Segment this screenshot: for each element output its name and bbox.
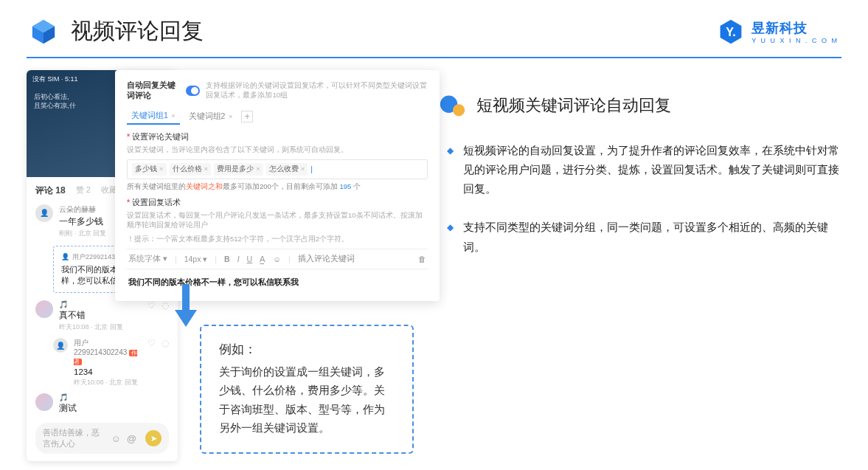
arrow-down-icon (171, 284, 201, 331)
send-button[interactable]: ➤ (145, 430, 162, 446)
size-select[interactable]: 14px ▾ (184, 255, 208, 263)
example-box: 例如： 关于询价的设置成一组关键词，多少钱、什么价格，费用多少等。关于咨询班型、… (200, 325, 414, 454)
field-desc-reply: 设置回复话术，每回复一个用户评论只发送一条话术，最多支持设置10条不同话术。按滚… (127, 211, 428, 230)
comment-meta: 昨天10:08 · 北京 回复 (74, 378, 142, 387)
at-icon[interactable]: @ (127, 433, 136, 444)
brand: Y. 昱新科技 Y U U X I N . C O M (718, 18, 839, 45)
example-body: 关于询价的设置成一组关键词，多少钱、什么价格，费用多少等。关于咨询班型、版本、型… (219, 362, 395, 438)
underline-icon[interactable]: U (247, 255, 253, 263)
more-icon[interactable]: ◌ (162, 300, 169, 311)
avatar-icon: 👤 (61, 253, 69, 260)
avatar-icon: 👤 (53, 338, 68, 353)
tab-comments[interactable]: 评论 18 (35, 184, 66, 197)
comment-name: 云朵的赫赫 (59, 204, 106, 215)
editor-toolbar: 系统字体 ▾ | 14px ▾ | B I U A̲ ☺ | 插入评论关键词 🗑 (127, 249, 428, 269)
avatar-icon (35, 393, 53, 411)
bold-icon[interactable]: B (224, 255, 230, 263)
chip[interactable]: 多少钱× (132, 163, 167, 176)
input-placeholder: 善语结善缘，恶言伤人心 (43, 427, 105, 449)
comment-input[interactable]: 善语结善缘，恶言伤人心 ☺ @ ➤ (35, 423, 169, 454)
comment-name: 用户2299214302243 作者 (74, 338, 142, 366)
avatar-icon: 👤 (35, 204, 53, 222)
emoji-icon[interactable]: ☺ (111, 433, 121, 444)
color-icon[interactable]: A̲ (260, 255, 265, 263)
keyword-group-tabs: 关键词组1 × 关键词组2 × + (127, 108, 428, 125)
comment-row: 🎵 测试 (27, 390, 178, 417)
like-icon[interactable]: ♡ (147, 338, 156, 348)
emoji-icon[interactable]: ☺ (273, 255, 281, 263)
tab-likes[interactable]: 赞 2 (76, 184, 91, 197)
brand-url: Y U U X I N . C O M (751, 37, 839, 44)
header-underline (27, 57, 841, 58)
toggle-switch[interactable] (186, 86, 200, 96)
comment-meta: 刚刚 · 北京 回复 (59, 229, 106, 238)
delete-icon[interactable]: 🗑 (418, 255, 426, 263)
comment-name: 🎵 (59, 393, 77, 401)
bullet-item: 支持不同类型的关键词分组，同一类问题，可设置多个相近的、高频的关键词。 (450, 218, 841, 257)
header: 视频评论回复 Y. 昱新科技 Y U U X I N . C O M (0, 0, 868, 57)
cube-logo-icon (29, 18, 58, 46)
brand-name: 昱新科技 (751, 19, 839, 37)
more-icon[interactable]: ◌ (162, 338, 169, 348)
comment-msg: 测试 (59, 403, 77, 414)
svg-point-7 (453, 104, 465, 116)
settings-title: 自动回复关键词评论 (127, 80, 180, 101)
svg-marker-5 (175, 310, 197, 327)
field-label-reply: 设置回复话术 (127, 198, 428, 208)
tab-kwgroup-2[interactable]: 关键词组2 × (184, 109, 237, 124)
comment-row: 🎵 真不错 昨天10:08 · 北京 回复 ♡◌ (27, 297, 178, 335)
subhead-text: 短视频关键词评论自动回复 (476, 94, 671, 117)
chip-remove-icon[interactable]: × (159, 165, 164, 173)
svg-text:Y.: Y. (726, 25, 736, 38)
settings-card: 自动回复关键词评论 支持根据评论的关键词设置回复话术，可以针对不同类型关键词设置… (115, 70, 440, 301)
field-hint-reply: ！提示：一个富文本框最多支持512个字符，一个汉字占用2个字符。 (127, 235, 428, 244)
chip-remove-icon[interactable]: × (204, 165, 209, 173)
bullet-list: 短视频评论的自动回复设置，为了提升作者的评论回复效率，在系统中针对常见的评论用户… (440, 141, 841, 257)
subhead: 短视频关键词评论自动回复 (440, 92, 841, 119)
italic-icon[interactable]: I (237, 255, 240, 263)
add-group-button[interactable]: + (241, 111, 253, 122)
settings-desc: 支持根据评论的关键词设置回复话术，可以针对不同类型关键词设置回复话术，最多添加1… (206, 81, 428, 100)
comment-msg: 一年多少钱 (59, 216, 106, 227)
insert-keyword-button[interactable]: 插入评论关键词 (298, 254, 355, 264)
like-icon[interactable]: ♡ (147, 300, 156, 311)
close-icon[interactable]: × (170, 112, 176, 120)
chip[interactable]: 怎么收费× (266, 163, 308, 176)
right-column: 短视频关键词评论自动回复 短视频评论的自动回复设置，为了提升作者的评论回复效率，… (440, 70, 841, 276)
keyword-hint: 所有关键词组里的关键词之和最多可添加200个，目前剩余可添加 195 个 (127, 182, 428, 192)
comment-msg: 1234 (74, 367, 142, 376)
video-caption: 后初心看法, 且笑心有凉,什 (34, 92, 76, 111)
chip-remove-icon[interactable]: × (301, 165, 305, 173)
bullet-item: 短视频评论的自动回复设置，为了提升作者的评论回复效率，在系统中针对常见的评论用户… (450, 141, 841, 199)
caret-icon: | (310, 165, 313, 173)
page-title: 视频评论回复 (71, 16, 204, 46)
brand-logo-icon: Y. (718, 18, 744, 45)
chip[interactable]: 什么价格× (170, 163, 212, 176)
comment-meta: 昨天10:08 · 北京 回复 (59, 322, 142, 332)
chip[interactable]: 费用是多少× (214, 163, 263, 176)
keyword-chips-input[interactable]: 多少钱× 什么价格× 费用是多少× 怎么收费× | (127, 159, 428, 179)
close-icon[interactable]: × (226, 113, 232, 120)
comment-row: 👤 用户2299214302243 作者 1234 昨天10:08 · 北京 回… (27, 335, 178, 390)
field-desc-keywords: 设置关键词，当评论里内容包含了以下关键词，则系统可自动回复。 (127, 145, 428, 155)
tab-kwgroup-1[interactable]: 关键词组1 × (127, 108, 180, 125)
chat-bubbles-icon (440, 92, 466, 119)
comment-name: 🎵 (59, 300, 142, 308)
font-select[interactable]: 系统字体 ▾ (128, 254, 167, 264)
field-label-keywords: 设置评论关键词 (127, 132, 428, 142)
avatar-icon (35, 300, 53, 318)
comment-msg: 真不错 (59, 310, 142, 321)
example-label: 例如： (219, 341, 395, 358)
chip-remove-icon[interactable]: × (256, 165, 260, 173)
